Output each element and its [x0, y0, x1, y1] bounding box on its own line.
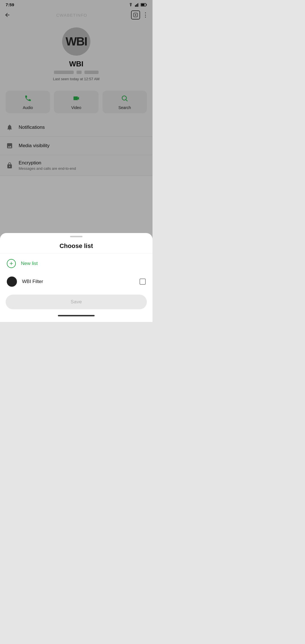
- wbi-filter-item[interactable]: WBI Filter: [0, 273, 152, 291]
- new-list-label: New list: [21, 261, 38, 266]
- filter-avatar: [7, 277, 17, 287]
- bottom-sheet: Choose list + New list WBI Filter Save: [0, 233, 152, 322]
- new-list-item[interactable]: + New list: [0, 254, 152, 273]
- filter-checkbox[interactable]: [140, 279, 146, 285]
- sheet-title: Choose list: [0, 237, 152, 253]
- filter-name: WBI Filter: [22, 279, 134, 284]
- save-button[interactable]: Save: [6, 295, 147, 309]
- new-list-icon: +: [7, 259, 16, 268]
- save-button-container: Save: [0, 291, 152, 312]
- bottom-nav-indicator: [58, 315, 95, 316]
- sheet-divider: [0, 253, 152, 253]
